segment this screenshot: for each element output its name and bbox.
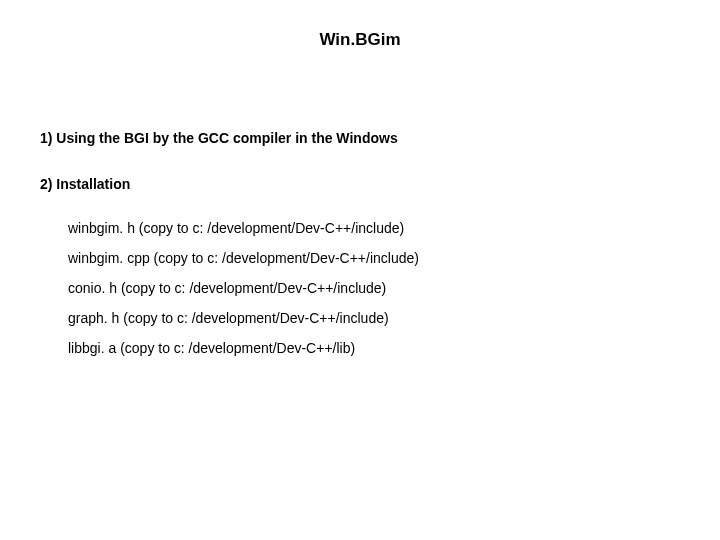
section-two: 2) Installation winbgim. h (copy to c: /… bbox=[40, 176, 680, 356]
installation-items: winbgim. h (copy to c: /development/Dev-… bbox=[40, 220, 680, 356]
installation-item: conio. h (copy to c: /development/Dev-C+… bbox=[68, 280, 680, 296]
section-one: 1) Using the BGI by the GCC compiler in … bbox=[40, 130, 680, 146]
section-two-heading: 2) Installation bbox=[40, 176, 680, 192]
installation-item: winbgim. h (copy to c: /development/Dev-… bbox=[68, 220, 680, 236]
installation-item: winbgim. cpp (copy to c: /development/De… bbox=[68, 250, 680, 266]
installation-item: libbgi. a (copy to c: /development/Dev-C… bbox=[68, 340, 680, 356]
installation-item: graph. h (copy to c: /development/Dev-C+… bbox=[68, 310, 680, 326]
section-one-heading: 1) Using the BGI by the GCC compiler in … bbox=[40, 130, 680, 146]
page-title: Win.BGim bbox=[40, 30, 680, 50]
